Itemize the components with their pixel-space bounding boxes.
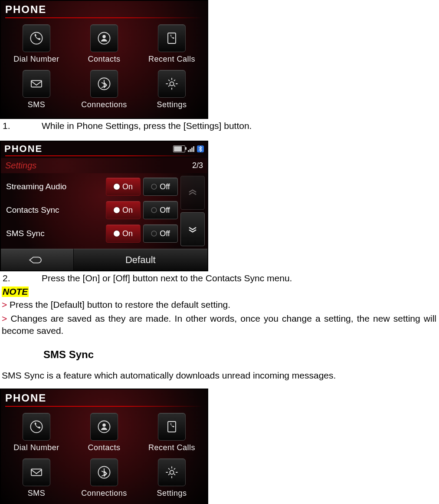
svg-rect-4 (31, 81, 42, 87)
svg-rect-11 (31, 469, 42, 476)
screen-title: PHONE (4, 143, 43, 155)
menu-label: Recent Calls (139, 443, 204, 452)
menu-label: Connections (72, 489, 137, 498)
page-indicator: 2/3 (192, 161, 203, 170)
menu-recent-calls[interactable]: Recent Calls (139, 22, 204, 67)
on-label: On (122, 229, 133, 238)
menu-label: SMS (4, 489, 69, 498)
title-underline (5, 406, 203, 407)
menu-label: Dial Number (4, 443, 69, 452)
svg-point-6 (170, 82, 174, 86)
menu-sms[interactable]: SMS (4, 67, 69, 113)
streaming-audio-off-button[interactable]: Off (143, 178, 178, 196)
phone-menu-screen-2: PHONE Dial Number Contacts Recent Calls (0, 389, 208, 504)
menu-connections[interactable]: Connections (72, 456, 137, 501)
menu-label: Contacts (72, 443, 137, 452)
menu-label: Settings (139, 489, 204, 498)
step-2-number: 2. (3, 272, 42, 284)
bluetooth-icon (197, 145, 204, 152)
scroll-down-button[interactable] (180, 212, 205, 246)
step-1: 1. While in Phone Settings, press the [S… (0, 119, 439, 133)
menu-contacts[interactable]: Contacts (72, 410, 137, 456)
status-bar: PHONE (1, 142, 207, 155)
svg-point-0 (31, 33, 43, 44)
menu-grid: Dial Number Contacts Recent Calls SMS Co (1, 20, 207, 118)
recent-calls-icon (158, 413, 186, 441)
settings-subtitle: Settings (5, 161, 36, 171)
bluetooth-circle-icon (90, 458, 118, 486)
toggle-group: On Off (106, 201, 178, 219)
spacer (0, 133, 439, 141)
menu-recent-calls[interactable]: Recent Calls (139, 410, 204, 456)
on-label: On (122, 182, 133, 191)
screen-title: PHONE (1, 1, 207, 17)
screen-title: PHONE (1, 389, 207, 406)
scroll-arrows (180, 173, 207, 249)
row-sms-sync: SMS Sync On Off (6, 222, 178, 245)
step-2-text: Press the [On] or [Off] button next to t… (42, 272, 292, 284)
menu-dial-number[interactable]: Dial Number (4, 410, 69, 456)
note-line-1: > Press the [Default] button to restore … (0, 298, 439, 312)
off-label: Off (160, 182, 170, 191)
menu-contacts[interactable]: Contacts (72, 22, 137, 67)
off-label: Off (160, 229, 170, 238)
battery-icon (173, 145, 185, 152)
svg-point-7 (31, 421, 43, 433)
row-label: Streaming Audio (6, 182, 80, 191)
note-2-text: Changes are saved as they are made. In o… (2, 313, 436, 336)
menu-dial-number[interactable]: Dial Number (4, 22, 69, 67)
menu-sms[interactable]: SMS (4, 456, 69, 501)
svg-rect-3 (168, 33, 176, 43)
note-heading: NOTE (2, 287, 29, 297)
status-icons (173, 145, 204, 152)
back-button[interactable] (1, 249, 74, 270)
phone-handset-icon (23, 24, 50, 52)
toggle-group: On Off (106, 178, 178, 196)
angle-marker: > (2, 313, 10, 323)
settings-rows: Streaming Audio On Off Contacts Sync On … (1, 173, 180, 249)
row-contacts-sync: Contacts Sync On Off (6, 198, 178, 222)
svg-rect-10 (168, 422, 176, 432)
menu-label: Recent Calls (139, 55, 204, 64)
row-streaming-audio: Streaming Audio On Off (6, 175, 178, 198)
phone-settings-screen: PHONE Settings 2/3 Streaming Audio On Of… (0, 141, 208, 271)
menu-label: SMS (4, 100, 69, 109)
contacts-sync-off-button[interactable]: Off (143, 201, 178, 219)
angle-marker: > (2, 300, 10, 310)
gear-icon (158, 70, 186, 98)
scroll-up-button[interactable] (180, 176, 205, 210)
menu-settings[interactable]: Settings (139, 67, 204, 113)
bottom-bar: Default (1, 249, 207, 270)
menu-label: Connections (72, 100, 137, 109)
row-label: Contacts Sync (6, 205, 80, 215)
settings-subheader: Settings 2/3 (1, 158, 207, 173)
svg-point-2 (102, 35, 106, 39)
title-underline (5, 155, 203, 156)
menu-label: Contacts (72, 55, 137, 64)
step-1-text: While in Phone Settings, press the [Sett… (42, 120, 252, 132)
sms-sync-on-button[interactable]: On (106, 224, 141, 243)
on-label: On (122, 206, 133, 215)
phone-handset-icon (23, 413, 50, 441)
settings-body: Streaming Audio On Off Contacts Sync On … (1, 173, 207, 249)
menu-settings[interactable]: Settings (139, 456, 204, 501)
default-button[interactable]: Default (74, 249, 207, 270)
contacts-sync-on-button[interactable]: On (106, 201, 141, 219)
note-line-2: > Changes are saved as they are made. In… (0, 312, 439, 338)
gear-icon (158, 458, 186, 486)
note-1-text: Press the [Default] button to restore th… (10, 300, 230, 310)
menu-connections[interactable]: Connections (72, 67, 137, 113)
step-2: 2. Press the [On] or [Off] button next t… (0, 271, 439, 285)
row-label: SMS Sync (6, 229, 80, 238)
title-underline (5, 17, 203, 18)
svg-point-9 (102, 424, 106, 427)
phone-menu-screen-1: PHONE Dial Number Contacts Recent Calls (0, 0, 208, 119)
envelope-icon (23, 458, 50, 486)
section-heading-sms-sync: SMS Sync (0, 338, 439, 369)
signal-icon (188, 146, 194, 152)
sms-sync-off-button[interactable]: Off (143, 224, 178, 243)
menu-label: Dial Number (4, 55, 69, 64)
envelope-icon (23, 70, 50, 98)
streaming-audio-on-button[interactable]: On (106, 178, 141, 196)
recent-calls-icon (158, 24, 186, 52)
